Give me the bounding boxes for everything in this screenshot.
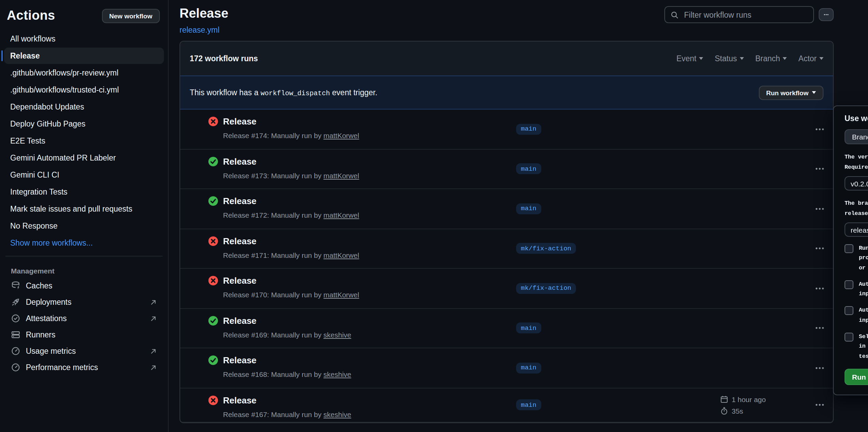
run-description: Release #174: Manually run by mattKorwel xyxy=(223,131,359,139)
popover-checkbox-row: Run a dry-run of the release process; no… xyxy=(845,243,868,273)
workflow-run-row[interactable]: Release Release #173: Manually run by ma… xyxy=(180,149,833,189)
run-workflow-submit-button[interactable]: Run workflow xyxy=(845,369,868,385)
runs-filter-dropdown[interactable]: Status xyxy=(715,54,744,63)
runs-filter-label: Actor xyxy=(798,54,817,63)
run-actor-link[interactable]: mattKorwel xyxy=(323,171,359,179)
sidebar-item-label: Performance metrics xyxy=(26,363,98,371)
checkbox[interactable] xyxy=(845,332,853,341)
run-actor-link[interactable]: skeshive xyxy=(323,330,351,338)
run-status-icon xyxy=(208,196,218,206)
run-workflow-dropdown-button[interactable]: Run workflow xyxy=(759,85,823,100)
sidebar-workflow-item[interactable]: No Response xyxy=(4,218,164,234)
page-kebab-button[interactable] xyxy=(819,8,834,21)
workflow-run-row[interactable]: Release Release #172: Manually run by ma… xyxy=(180,189,833,229)
branch-badge[interactable]: mk/fix-action xyxy=(516,283,576,294)
sidebar-workflow-item[interactable]: .github/workflows/trusted-ci.yml xyxy=(4,82,164,98)
run-title[interactable]: Release xyxy=(223,117,359,127)
branch-badge[interactable]: main xyxy=(516,164,541,175)
checkbox[interactable] xyxy=(845,244,853,253)
workflow-run-row[interactable]: Release Release #170: Manually run by ma… xyxy=(180,269,833,309)
banner-text: This workflow has a workflow_dispatch ev… xyxy=(190,88,377,97)
runs-filter-label: Status xyxy=(715,54,737,63)
branch-badge[interactable]: main xyxy=(516,124,541,135)
sidebar-workflow-item[interactable]: Dependabot Updates xyxy=(4,99,164,115)
run-kebab-button[interactable] xyxy=(815,204,825,214)
workflow-dispatch-banner: This workflow has a workflow_dispatch ev… xyxy=(180,76,833,110)
run-kebab-button[interactable] xyxy=(815,363,825,373)
runs-filter-dropdown[interactable]: Actor xyxy=(798,54,823,63)
run-title[interactable]: Release xyxy=(223,316,351,326)
run-title[interactable]: Release xyxy=(223,236,359,246)
sidebar-workflow-item[interactable]: E2E Tests xyxy=(4,133,164,149)
filter-runs-searchbox[interactable] xyxy=(664,6,814,23)
chevron-down-icon xyxy=(783,57,787,60)
sidebar-item-caches[interactable]: Caches xyxy=(0,278,168,294)
run-actor-link[interactable]: mattKorwel xyxy=(323,251,359,259)
workflow-run-row[interactable]: Release Release #167: Manually run by sk… xyxy=(180,388,833,422)
runs-filter-label: Event xyxy=(676,54,696,63)
sidebar-workflow-item[interactable]: .github/workflows/pr-review.yml xyxy=(4,65,164,81)
filter-runs-input[interactable] xyxy=(683,10,808,19)
sidebar-item-usage-metrics[interactable]: Usage metrics xyxy=(0,343,168,359)
run-kebab-button[interactable] xyxy=(815,283,825,294)
ref-input[interactable] xyxy=(845,222,868,237)
run-kebab-button[interactable] xyxy=(815,164,825,174)
workflow-list: All workflows Release .github/workflows/… xyxy=(0,31,168,251)
checkbox[interactable] xyxy=(845,306,853,315)
run-title[interactable]: Release xyxy=(223,396,351,405)
run-title[interactable]: Release xyxy=(223,197,359,206)
run-status-icon xyxy=(193,236,203,246)
run-actor-link[interactable]: mattKorwel xyxy=(323,211,359,219)
main-content: Release release.yml xyxy=(169,0,868,432)
check-circle-icon xyxy=(208,315,218,326)
workflow-run-row[interactable]: Release Release #169: Manually run by sk… xyxy=(180,309,833,348)
sidebar-workflow-label: No Response xyxy=(10,222,57,230)
branch-badge[interactable]: main xyxy=(516,203,541,214)
sidebar-workflow-item[interactable]: Release xyxy=(4,48,164,64)
run-title[interactable]: Release xyxy=(223,356,351,365)
new-workflow-button[interactable]: New workflow xyxy=(102,9,160,23)
sidebar-workflow-item[interactable]: Gemini Automated PR Labeler xyxy=(4,150,164,166)
search-icon xyxy=(670,11,679,19)
version-input[interactable] xyxy=(845,176,868,190)
run-title[interactable]: Release xyxy=(223,157,359,166)
sidebar-workflow-item[interactable]: Integration Tests xyxy=(4,184,164,200)
run-actor-link[interactable]: mattKorwel xyxy=(323,290,359,299)
branch-badge[interactable]: main xyxy=(516,323,541,334)
run-status-icon xyxy=(208,315,218,326)
run-title[interactable]: Release xyxy=(223,276,359,286)
popover-checkbox-row: Auto apply the preview release tag, inpu… xyxy=(845,305,868,325)
branch-badge[interactable]: main xyxy=(516,363,541,373)
workflow-run-row[interactable]: Release Release #174: Manually run by ma… xyxy=(180,110,833,149)
run-actor-link[interactable]: skeshive xyxy=(323,410,351,418)
sidebar-item-deployments[interactable]: Deployments xyxy=(0,294,168,310)
sidebar-workflow-label: Deploy GitHub Pages xyxy=(10,120,85,128)
run-kebab-button[interactable] xyxy=(815,244,825,254)
branch-select-button[interactable]: Branch: main xyxy=(845,129,868,144)
checkbox[interactable] xyxy=(845,280,853,289)
branch-badge[interactable]: main xyxy=(516,400,541,411)
sidebar-item-performance-metrics[interactable]: Performance metrics xyxy=(0,359,168,376)
sidebar-item-attestations[interactable]: Attestations xyxy=(0,310,168,327)
sidebar-workflow-item[interactable]: Mark stale issues and pull requests xyxy=(4,201,164,217)
runs-filter-dropdown[interactable]: Event xyxy=(676,54,703,63)
workflow-run-row[interactable]: Release Release #168: Manually run by sk… xyxy=(180,348,833,388)
workflow-file-link[interactable]: release.yml xyxy=(180,26,228,34)
sidebar-workflow-item[interactable]: Show more workflows... xyxy=(4,235,164,251)
external-link-icon xyxy=(150,347,157,355)
run-kebab-button[interactable] xyxy=(815,124,825,134)
sidebar-workflow-item[interactable]: Gemini CLI CI xyxy=(4,167,164,183)
run-kebab-button[interactable] xyxy=(815,323,825,333)
run-actor-link[interactable]: skeshive xyxy=(323,370,351,378)
workflow-run-row[interactable]: Release Release #171: Manually run by ma… xyxy=(180,229,833,269)
branch-badge[interactable]: mk/fix-action xyxy=(516,243,576,254)
runs-filter-dropdown[interactable]: Branch xyxy=(755,54,787,63)
meter-icon xyxy=(11,363,20,372)
sidebar-workflow-item[interactable]: Deploy GitHub Pages xyxy=(4,116,164,132)
sidebar-workflow-label: Release xyxy=(10,52,40,60)
kebab-horizontal-icon xyxy=(815,204,825,214)
sidebar-workflow-item[interactable]: All workflows xyxy=(4,31,164,47)
run-actor-link[interactable]: mattKorwel xyxy=(323,131,359,139)
run-kebab-button[interactable] xyxy=(815,400,825,410)
sidebar-item-runners[interactable]: Runners xyxy=(0,327,168,343)
